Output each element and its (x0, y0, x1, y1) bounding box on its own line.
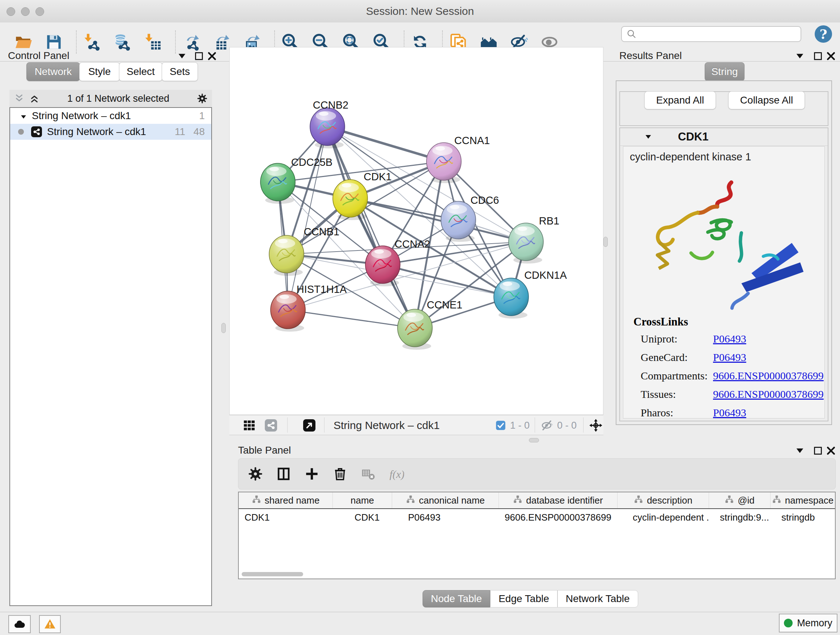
crosslink-value-genecard[interactable]: P06493 (713, 351, 746, 363)
node-count: 11 (175, 126, 185, 138)
tab-style[interactable]: Style (79, 62, 120, 81)
protein-section: CDK1 cyclin-dependent kinase 1 CrossLink… (619, 127, 829, 421)
node-label-CCNA1: CCNA1 (454, 135, 490, 146)
node-label-CCNA2: CCNA2 (395, 238, 430, 250)
crosslink-label-tissues: Tissues: (641, 386, 713, 402)
search-input[interactable] (637, 28, 790, 40)
detach-view-icon[interactable] (303, 419, 316, 432)
tab-network-table[interactable]: Network Table (557, 590, 638, 608)
collapse-all-button[interactable]: Collapse All (728, 91, 805, 109)
tab-network[interactable]: Network (27, 62, 80, 81)
node-HIST1H1A[interactable]: HIST1H1A (271, 283, 347, 332)
collection-label: String Network – cdk1 (32, 110, 131, 122)
split-columns-icon[interactable] (276, 466, 291, 481)
fx-icon[interactable]: f(x) (389, 466, 404, 481)
network-share-icon[interactable] (265, 419, 277, 432)
column-header-description[interactable]: description (617, 492, 709, 508)
network-options-gear-icon[interactable] (197, 93, 208, 104)
edge-CCNB2-CCNE1[interactable] (327, 127, 415, 328)
node-CDKN1A[interactable]: CDKN1A (494, 269, 567, 318)
column-header-shared-name[interactable]: shared name (239, 492, 333, 508)
collapse-all-networks-icon[interactable] (14, 93, 25, 104)
cell-database-identifier[interactable]: 9606.ENSP00000378699 (499, 509, 617, 526)
edge-HIST1H1A-CCNE1[interactable] (288, 310, 415, 328)
control-panel-float-icon[interactable] (194, 51, 204, 62)
results-panel-close-icon[interactable] (826, 51, 836, 62)
memory-status-icon (784, 619, 793, 627)
protein-section-header[interactable]: CDK1 (620, 128, 828, 146)
column-header-id[interactable]: @id (709, 492, 771, 508)
crosslink-value-tissues[interactable]: 9606.ENSP00000378699 (713, 388, 824, 400)
crosslink-label-pharos: Pharos: (641, 404, 713, 421)
results-panel-float-icon[interactable] (813, 51, 823, 62)
table-panel-float-icon[interactable] (813, 445, 823, 456)
control-panel-close-icon[interactable] (207, 51, 218, 62)
crosslink-label-genecard: GeneCard: (641, 349, 713, 366)
toolbar-search[interactable] (621, 26, 801, 42)
node-label-HIST1H1A: HIST1H1A (297, 283, 347, 295)
node-label-CDK1: CDK1 (363, 171, 392, 182)
tab-sets[interactable]: Sets (162, 62, 198, 81)
cell-shared-name[interactable]: CDK1 (239, 509, 333, 526)
selected-checkbox-icon[interactable] (496, 420, 506, 431)
expand-all-networks-icon[interactable] (29, 93, 40, 104)
cell-description[interactable]: cyclin-dependent ... (617, 509, 709, 526)
grid-view-icon[interactable] (243, 419, 256, 432)
warnings-button[interactable] (39, 615, 61, 633)
column-header-name[interactable]: name (333, 492, 392, 508)
right-splitter-grip[interactable] (603, 237, 608, 247)
control-panel: Control Panel Network Style Select Sets … (3, 47, 216, 608)
expand-all-button[interactable]: Expand All (644, 91, 716, 109)
gear-icon[interactable] (248, 466, 263, 481)
column-header-canonical-name[interactable]: canonical name (392, 492, 499, 508)
node-RB1[interactable]: RB1 (508, 215, 559, 264)
cell-name[interactable]: CDK1 (333, 509, 392, 526)
control-panel-float-menu-icon[interactable] (177, 51, 187, 62)
table-panel-float-menu-icon[interactable] (794, 445, 805, 456)
node-label-CCNE1: CCNE1 (427, 299, 462, 310)
horizontal-splitter-grip[interactable] (529, 438, 539, 442)
node-label-CCNB1: CCNB1 (304, 226, 339, 238)
collection-expander-icon[interactable] (19, 112, 27, 120)
table-panel-close-icon[interactable] (826, 445, 836, 456)
protein-expander-icon[interactable] (644, 133, 653, 141)
edge-CCNB2-HIST1H1A[interactable] (288, 127, 327, 310)
cell-canonical-name[interactable]: P06493 (392, 509, 499, 526)
crosslink-value-pharos[interactable]: P06493 (713, 407, 746, 418)
memory-button[interactable]: Memory (779, 614, 837, 632)
tab-edge-table[interactable]: Edge Table (490, 590, 557, 608)
pan-crosshair-icon[interactable] (589, 418, 603, 432)
results-panel-float-menu-icon[interactable] (794, 51, 805, 62)
tab-node-table[interactable]: Node Table (423, 590, 490, 608)
protein-details: cyclin-dependent kinase 1 CrossLinks Uni… (623, 146, 825, 418)
trash-icon[interactable] (332, 466, 347, 481)
node-label-CDC6: CDC6 (471, 195, 499, 206)
crosslink-value-compartments[interactable]: 9606.ENSP00000378699 (713, 370, 824, 382)
node-CCNB1[interactable]: CCNB1 (269, 226, 339, 276)
network-row[interactable]: String Network – cdk1 11 48 (10, 124, 211, 140)
left-splitter-grip[interactable] (221, 323, 226, 333)
table-tabs: Node Table Edge Table Network Table (423, 590, 638, 607)
hidden-eye-icon[interactable] (541, 419, 554, 432)
node-CDC6[interactable]: CDC6 (441, 195, 499, 242)
network-collection-row[interactable]: String Network – cdk1 1 (10, 108, 211, 124)
tab-string[interactable]: String (705, 62, 745, 81)
node-CCNE1[interactable]: CCNE1 (398, 299, 462, 350)
edge-CDK1-RB1[interactable] (350, 198, 526, 242)
crosslink-value-uniprot[interactable]: P06493 (713, 333, 746, 345)
help-button[interactable]: ? (815, 25, 832, 43)
plus-icon[interactable] (304, 466, 319, 481)
collection-count: 1 (199, 110, 205, 122)
edge-CCNB2-CCNA1[interactable] (327, 127, 444, 162)
application-window: Session: New Session ? Control Panel Net… (0, 0, 840, 635)
column-header-database-identifier[interactable]: database identifier (499, 492, 617, 508)
table-delete-icon[interactable] (361, 466, 376, 481)
table-horizontal-scrollbar[interactable] (242, 572, 303, 576)
tab-select[interactable]: Select (119, 62, 163, 81)
cell-id[interactable]: stringdb:9... (709, 509, 771, 526)
crosslink-label-compartments: Compartments: (641, 367, 713, 384)
column-header-namespace[interactable]: namespace (771, 492, 835, 508)
node-table: shared name name canonical name database… (238, 492, 836, 579)
cell-namespace[interactable]: stringdb (771, 509, 835, 526)
cloud-button[interactable] (8, 615, 31, 633)
